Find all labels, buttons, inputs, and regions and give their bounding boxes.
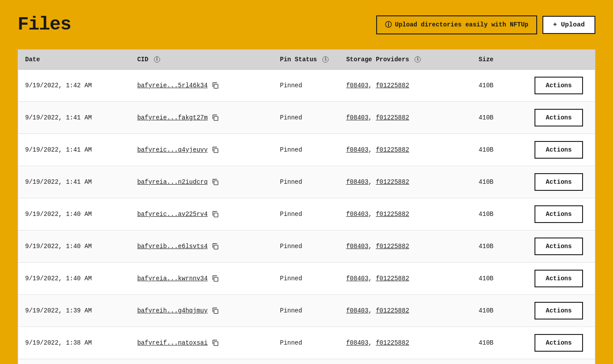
table-row: 9/19/2022, 1:37 AM bafyreia...ry6x6dby P… xyxy=(18,359,595,364)
cell-pin-status: Pinned xyxy=(273,166,339,198)
copy-icon[interactable] xyxy=(211,339,219,347)
provider1-link[interactable]: f08403 xyxy=(346,82,368,89)
table-row: 9/19/2022, 1:41 AM bafyreia...n2iudcrq P… xyxy=(18,166,595,198)
cell-storage-providers: f08403, f01225882 xyxy=(339,166,471,198)
copy-icon[interactable] xyxy=(211,210,219,218)
provider1-link[interactable]: f08403 xyxy=(346,243,368,250)
copy-icon[interactable] xyxy=(211,82,219,89)
cid-link[interactable]: bafyreic...av225rv4 xyxy=(137,211,208,218)
header: Files ⓘ Upload directories easily with N… xyxy=(18,14,595,35)
copy-icon[interactable] xyxy=(211,275,219,282)
provider2-link[interactable]: f01225882 xyxy=(376,82,409,89)
cell-actions: Actions xyxy=(523,359,595,364)
column-header-pin-status: Pin Status i xyxy=(273,50,339,70)
cell-date: 9/19/2022, 1:41 AM xyxy=(18,102,130,134)
provider2-link[interactable]: f01225882 xyxy=(376,114,409,121)
cid-link[interactable]: bafyreib...e6lsvts4 xyxy=(137,243,208,250)
table-body: 9/19/2022, 1:42 AM bafyreie...5rl46k34 P… xyxy=(18,70,595,364)
cid-info-icon[interactable]: i xyxy=(154,56,160,63)
cell-actions: Actions xyxy=(523,295,595,327)
provider1-link[interactable]: f08403 xyxy=(346,339,368,346)
cell-size: 410B xyxy=(471,295,523,327)
cid-link[interactable]: bafyreie...5rl46k34 xyxy=(137,82,208,89)
copy-icon[interactable] xyxy=(211,242,219,250)
provider1-link[interactable]: f08403 xyxy=(346,307,368,314)
cell-actions: Actions xyxy=(523,102,595,134)
files-table: Date CID i Pin Status i Storage Provider… xyxy=(18,50,595,364)
cell-storage-providers: f08403, f01225882 xyxy=(339,134,471,166)
cell-actions: Actions xyxy=(523,70,595,102)
provider2-link[interactable]: f01225882 xyxy=(376,211,409,218)
cell-cid: bafyreic...q4yjeuvy xyxy=(130,134,273,166)
cell-pin-status: Pinned xyxy=(273,198,339,230)
provider1-link[interactable]: f08403 xyxy=(346,146,368,153)
cell-date: 9/19/2022, 1:42 AM xyxy=(18,70,130,102)
pin-status-info-icon[interactable]: i xyxy=(322,56,329,63)
cell-pin-status: Pinned xyxy=(273,230,339,263)
cid-link[interactable]: bafyreia...n2iudcrq xyxy=(137,178,208,186)
table-row: 9/19/2022, 1:40 AM bafyreic...av225rv4 P… xyxy=(18,198,595,230)
provider1-link[interactable]: f08403 xyxy=(346,178,368,186)
cell-storage-providers: f08403, f01225882 xyxy=(339,327,471,359)
column-header-size: Size xyxy=(471,50,523,70)
cell-size: 410B xyxy=(471,134,523,166)
cid-link[interactable]: bafyreih...g4hqjmuy xyxy=(137,307,208,314)
cell-date: 9/19/2022, 1:39 AM xyxy=(18,295,130,327)
svg-rect-5 xyxy=(214,245,218,249)
provider2-link[interactable]: f01225882 xyxy=(376,275,409,282)
cell-storage-providers: f08403, f01225882 xyxy=(339,70,471,102)
storage-providers-info-icon[interactable]: i xyxy=(415,56,421,63)
page-title: Files xyxy=(18,14,71,35)
column-header-cid: CID i xyxy=(130,50,273,70)
cid-link[interactable]: bafyreia...kwrnnv34 xyxy=(137,275,208,282)
copy-icon[interactable] xyxy=(211,178,219,186)
cell-actions: Actions xyxy=(523,230,595,263)
cell-date: 9/19/2022, 1:41 AM xyxy=(18,134,130,166)
copy-icon[interactable] xyxy=(211,114,219,122)
cell-cid: bafyreia...n2iudcrq xyxy=(130,166,273,198)
provider2-link[interactable]: f01225882 xyxy=(376,146,409,153)
copy-icon[interactable] xyxy=(211,307,219,315)
actions-button[interactable]: Actions xyxy=(535,109,583,126)
actions-button[interactable]: Actions xyxy=(535,270,583,287)
table-row: 9/19/2022, 1:38 AM bafyreif...natoxsai P… xyxy=(18,327,595,359)
cid-link[interactable]: bafyreic...q4yjeuvy xyxy=(137,146,208,153)
provider1-link[interactable]: f08403 xyxy=(346,275,368,282)
actions-button[interactable]: Actions xyxy=(535,302,583,319)
cell-date: 9/19/2022, 1:41 AM xyxy=(18,166,130,198)
actions-button[interactable]: Actions xyxy=(535,173,583,191)
upload-button[interactable]: + Upload xyxy=(542,16,595,34)
actions-button[interactable]: Actions xyxy=(535,238,583,255)
cell-size: 410B xyxy=(471,102,523,134)
provider2-link[interactable]: f01225882 xyxy=(376,339,409,346)
cell-cid: bafyreic...av225rv4 xyxy=(130,198,273,230)
provider2-link[interactable]: f01225882 xyxy=(376,307,409,314)
page-container: Files ⓘ Upload directories easily with N… xyxy=(0,0,613,364)
cell-date: 9/19/2022, 1:40 AM xyxy=(18,263,130,295)
nftup-button[interactable]: ⓘ Upload directories easily with NFTUp xyxy=(376,15,537,34)
table-row: 9/19/2022, 1:42 AM bafyreie...5rl46k34 P… xyxy=(18,70,595,102)
cell-actions: Actions xyxy=(523,166,595,198)
cell-size: 410B xyxy=(471,198,523,230)
actions-button[interactable]: Actions xyxy=(535,141,583,159)
svg-rect-4 xyxy=(214,213,218,217)
actions-button[interactable]: Actions xyxy=(535,77,583,94)
actions-button[interactable]: Actions xyxy=(535,334,583,352)
provider1-link[interactable]: f08403 xyxy=(346,114,368,121)
table-row: 9/19/2022, 1:41 AM bafyreic...q4yjeuvy P… xyxy=(18,134,595,166)
provider2-link[interactable]: f01225882 xyxy=(376,178,409,186)
provider1-link[interactable]: f08403 xyxy=(346,211,368,218)
cell-storage-providers: f08403, f01225882 xyxy=(339,102,471,134)
cell-size: 410B xyxy=(471,359,523,364)
table-row: 9/19/2022, 1:39 AM bafyreih...g4hqjmuy P… xyxy=(18,295,595,327)
nftup-button-label: Upload directories easily with NFTUp xyxy=(395,21,528,28)
column-header-storage-providers: Storage Providers i xyxy=(339,50,471,70)
actions-button[interactable]: Actions xyxy=(535,205,583,223)
cell-actions: Actions xyxy=(523,198,595,230)
cell-cid: bafyreih...g4hqjmuy xyxy=(130,295,273,327)
cid-link[interactable]: bafyreie...fakgt27m xyxy=(137,114,208,121)
copy-icon[interactable] xyxy=(211,146,219,154)
svg-rect-0 xyxy=(214,84,218,88)
provider2-link[interactable]: f01225882 xyxy=(376,243,409,250)
cid-link[interactable]: bafyreif...natoxsai xyxy=(137,339,208,346)
